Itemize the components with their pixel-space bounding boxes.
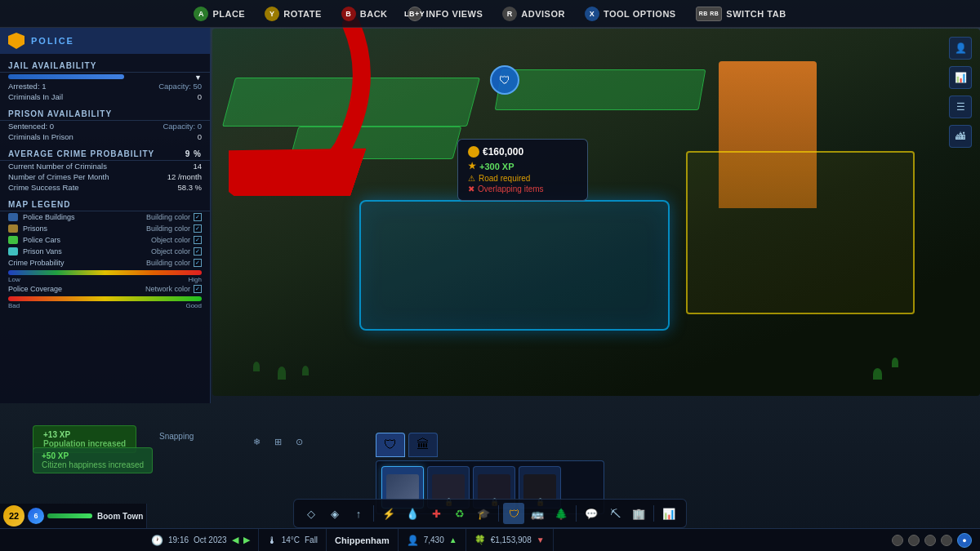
legend-prisons-label: Prisons <box>23 224 47 233</box>
tb-buildings-icon[interactable]: 🏢 <box>628 503 649 524</box>
tb-emergency-icon[interactable]: ✚ <box>425 503 447 524</box>
right-status-icons: ● <box>892 533 980 548</box>
tb-education-icon[interactable]: 🎓 <box>473 503 494 524</box>
toolbar-tool-options[interactable]: X TOOL OPTIONS <box>585 7 676 21</box>
city-name-display: Chippenham <box>335 535 390 545</box>
legend-prison-vans-type: Object color <box>151 247 190 256</box>
tree <box>892 358 898 367</box>
main-toolbar: ◇ ◈ ↑ ⚡ 💧 ✚ ♻ 🎓 🛡 🚌 🌲 💬 ⛏ 🏢 📊 <box>293 499 687 528</box>
crime-section-header: AVERAGE CRIME PROBABILITY 9 % <box>0 145 210 161</box>
legend-crime-prob-label: Crime Probability <box>8 259 65 267</box>
right-panel-icons: 👤 📊 ☰ 🏙 <box>949 37 972 148</box>
toolbar-rotate[interactable]: Y ROTATE <box>265 7 322 21</box>
tb-water-icon[interactable]: 💧 <box>402 503 423 524</box>
legend-prisons: Prisons Building color <box>0 223 210 234</box>
snap-snowflake-icon[interactable]: ❄ <box>249 434 264 449</box>
toolbar-back[interactable]: B BACK <box>341 7 388 21</box>
time-arrow-left[interactable]: ◀ <box>232 535 238 545</box>
tb-bus-icon[interactable]: 🚌 <box>527 503 548 524</box>
legend-prison-vans-checkbox[interactable] <box>194 247 202 256</box>
crime-prob-gradient <box>8 270 202 275</box>
legend-coverage-label: Police Coverage <box>8 285 62 293</box>
criminals-jail-label: Criminals In Jail <box>8 92 63 101</box>
tb-stats-icon[interactable]: 📊 <box>658 503 679 524</box>
rp-icon-list[interactable]: ☰ <box>949 96 972 118</box>
toolbar-advisor[interactable]: R ADVISOR <box>502 7 565 21</box>
build-tab-police[interactable]: 🛡 <box>376 433 405 457</box>
snap-grid-icon[interactable]: ⊞ <box>270 434 285 449</box>
tb-power-icon[interactable]: ⚡ <box>378 503 399 524</box>
rp-icon-city[interactable]: 🏙 <box>949 125 972 148</box>
legend-police-checkbox[interactable] <box>194 213 202 221</box>
tb-road-icon[interactable]: ↑ <box>348 503 369 524</box>
tb-tree-icon[interactable]: 🌲 <box>550 503 572 524</box>
tb-recycle-icon[interactable]: ♻ <box>449 503 470 524</box>
tb-chat-icon[interactable]: 💬 <box>581 503 602 524</box>
top-toolbar: A PLACE Y ROTATE B BACK LB+Y INFO VIEWS … <box>0 0 980 28</box>
legend-prisons-checkbox[interactable] <box>194 224 202 233</box>
season-display: Fall <box>305 535 318 544</box>
prison-section-header: PRISON AVAILABILITY <box>0 105 210 121</box>
build-item-3-img <box>478 474 510 500</box>
crime-percentage: 9 % <box>185 149 202 158</box>
sentenced-label: Sentenced: 0 <box>8 122 54 131</box>
placement-area[interactable] <box>359 200 670 331</box>
build-tabs: 🛡 🏛 <box>376 433 604 457</box>
switch-tab-label: SWITCH TAB <box>726 9 786 19</box>
arrested-row: Arrested: 1 Capacity: 50 <box>0 81 210 91</box>
city-display-name: Boom Town <box>97 512 143 521</box>
status-circle-4 <box>941 535 952 546</box>
tb-separator-2 <box>498 505 499 522</box>
legend-prisons-color <box>8 224 18 233</box>
time-section: 🕐 19:16 Oct 2023 ◀ ▶ <box>143 529 259 551</box>
build-item-2-img <box>432 474 465 500</box>
toolbar-info-views[interactable]: LB+Y INFO VIEWS <box>408 7 483 21</box>
citizen-notification: +50 XP Citizen happiness increased <box>33 447 153 473</box>
key-x-badge: X <box>585 7 599 21</box>
crimes-month-row: Number of Crimes Per Month 12 /month <box>0 171 210 182</box>
build-tab-buildings[interactable]: 🏛 <box>408 433 438 457</box>
place-label: PLACE <box>212 9 245 19</box>
legend-police-cars-checkbox[interactable] <box>194 236 202 244</box>
criminals-jail-row: Criminals In Jail 0 <box>0 91 210 102</box>
crime-label: AVERAGE CRIME PROBABILITY <box>8 149 154 158</box>
snap-circle-icon[interactable]: ⊙ <box>292 434 306 449</box>
build-tooltip: €160,000 ★ +300 XP ⚠ Road required ✖ Ove… <box>457 139 588 201</box>
tooltip-road-warning: ⚠ Road required <box>468 174 577 183</box>
legend-coverage-checkbox[interactable] <box>194 285 202 293</box>
crimes-month-label: Number of Crimes Per Month <box>8 172 109 181</box>
time-arrow-right[interactable]: ▶ <box>243 535 250 545</box>
key-r-badge: R <box>502 7 517 21</box>
sentenced-row: Sentenced: 0 Capacity: 0 <box>0 121 210 131</box>
toolbar-switch-tab[interactable]: RB RB SWITCH TAB <box>696 7 786 21</box>
tb-separator-3 <box>576 505 577 522</box>
tree <box>278 367 286 380</box>
sub-level-circle: 6 <box>28 508 44 524</box>
crime-success-row: Crime Success Rate 58.3 % <box>0 182 210 193</box>
money-trend-arrow: ▼ <box>537 535 545 544</box>
tb-bulldoze-icon[interactable]: ◇ <box>301 503 322 524</box>
rp-icon-chart[interactable]: 📊 <box>949 66 972 89</box>
status-circle-2 <box>908 535 920 546</box>
toolbar-place[interactable]: A PLACE <box>194 7 245 21</box>
status-circle-3 <box>924 535 936 546</box>
build-item-4-img <box>523 474 556 500</box>
tb-shovel-icon[interactable]: ⛏ <box>604 503 626 524</box>
tree <box>873 368 882 380</box>
legend-section-header: MAP LEGEND <box>0 196 210 211</box>
weather-section: 🌡 14°C Fall <box>259 529 327 551</box>
key-rb-badge: RB RB <box>696 7 723 21</box>
tb-separator-1 <box>373 505 374 522</box>
prison-capacity-label: Capacity: 0 <box>163 122 202 131</box>
coverage-good-label: Good <box>185 302 202 309</box>
left-panel: POLICE JAIL AVAILABILITY ▼ Arrested: 1 C… <box>0 28 211 403</box>
world-police-icon: 🛡 <box>490 65 519 95</box>
legend-coverage-type: Network color <box>145 285 190 293</box>
tb-police-icon[interactable]: 🛡 <box>503 503 524 524</box>
legend-police-buildings: Police Buildings Building color <box>0 211 210 223</box>
tb-zone-icon[interactable]: ◈ <box>324 503 345 524</box>
legend-crime-prob-checkbox[interactable] <box>194 259 202 267</box>
rp-icon-person[interactable]: 👤 <box>949 37 972 60</box>
capacity-label: Capacity: 50 <box>158 82 202 91</box>
snapping-label: Snapping <box>159 432 194 441</box>
